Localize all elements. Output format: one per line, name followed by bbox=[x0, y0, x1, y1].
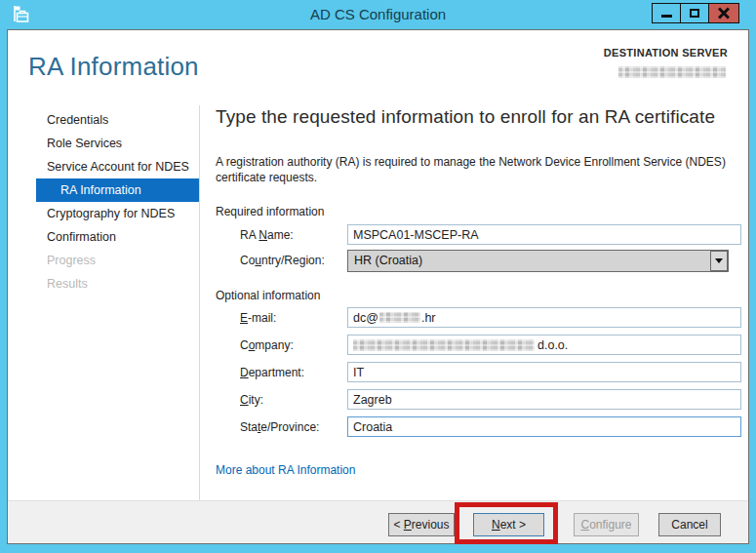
configure-button: Configure bbox=[574, 513, 639, 536]
sidebar-item-label: Confirmation bbox=[47, 230, 116, 244]
email-value-prefix: dc@ bbox=[353, 311, 378, 325]
minimize-icon bbox=[661, 15, 672, 18]
sidebar-nav: CredentialsRole ServicesService Account … bbox=[8, 108, 199, 296]
next-button[interactable]: Next > bbox=[473, 513, 544, 536]
ra-name-input[interactable] bbox=[347, 224, 741, 245]
sidebar-item-cryptography-for-ndes[interactable]: Cryptography for NDES bbox=[8, 202, 199, 225]
sidebar-item-ra-information[interactable]: RA Information bbox=[36, 178, 199, 202]
content-description: A registration authority (RA) is require… bbox=[216, 154, 735, 185]
email-label: E-mail: bbox=[240, 311, 276, 325]
close-icon bbox=[717, 7, 731, 20]
country-region-dropdown-button[interactable] bbox=[710, 251, 728, 271]
sidebar-item-progress: Progress bbox=[8, 249, 199, 272]
adcs-configuration-window: AD CS Configuration RA Information DESTI… bbox=[0, 0, 756, 553]
sidebar-divider bbox=[199, 105, 200, 501]
city-input[interactable] bbox=[347, 389, 741, 410]
email-redacted bbox=[379, 312, 420, 323]
country-region-selected-value: HR (Croatia) bbox=[354, 254, 422, 267]
department-input[interactable] bbox=[347, 362, 741, 382]
more-about-ra-information-link[interactable]: More about RA Information bbox=[216, 463, 355, 477]
country-region-label: Country/Region: bbox=[240, 254, 325, 267]
optional-information-label: Optional information bbox=[216, 289, 320, 302]
company-redacted bbox=[353, 339, 535, 351]
maximize-button[interactable] bbox=[680, 3, 709, 23]
country-region-dropdown[interactable]: HR (Croatia) bbox=[347, 250, 729, 272]
destination-server-redacted bbox=[618, 66, 726, 78]
titlebar: AD CS Configuration bbox=[0, 0, 756, 29]
sidebar-item-label: Results bbox=[47, 277, 88, 291]
sidebar-item-credentials[interactable]: Credentials bbox=[8, 108, 199, 132]
company-label: Company: bbox=[240, 338, 294, 352]
department-label: Department: bbox=[240, 366, 304, 379]
sidebar-item-label: RA Information bbox=[60, 183, 141, 197]
sidebar-item-label: Role Services bbox=[47, 137, 122, 150]
sidebar-item-service-account-for-ndes[interactable]: Service Account for NDES bbox=[8, 155, 199, 178]
footer-button-bar: < Previous Next > Configure Cancel bbox=[8, 500, 748, 543]
ra-name-label: RA Name: bbox=[240, 228, 294, 242]
sidebar-item-label: Progress bbox=[47, 254, 96, 267]
required-information-label: Required information bbox=[216, 205, 324, 218]
email-field[interactable]: dc@.hr bbox=[347, 307, 741, 328]
cancel-button[interactable]: Cancel bbox=[658, 513, 721, 536]
sidebar-item-label: Cryptography for NDES bbox=[47, 207, 175, 220]
state-province-input[interactable] bbox=[347, 416, 741, 437]
city-label: City: bbox=[240, 393, 263, 407]
window-title: AD CS Configuration bbox=[0, 6, 756, 22]
chevron-down-icon bbox=[715, 258, 723, 263]
wizard-panel: RA Information DESTINATION SERVER Creden… bbox=[7, 29, 749, 544]
sidebar-item-label: Service Account for NDES bbox=[47, 160, 189, 174]
sidebar-item-confirmation[interactable]: Confirmation bbox=[8, 225, 199, 249]
company-field[interactable]: d.o.o. bbox=[347, 335, 741, 355]
previous-button[interactable]: < Previous bbox=[388, 513, 455, 536]
sidebar-item-role-services[interactable]: Role Services bbox=[8, 132, 199, 155]
sidebar-item-results: Results bbox=[8, 272, 199, 296]
page-title: RA Information bbox=[28, 52, 199, 82]
close-button[interactable] bbox=[708, 3, 739, 23]
sidebar-item-label: Credentials bbox=[47, 113, 108, 127]
content-heading: Type the requested information to enroll… bbox=[216, 106, 715, 128]
company-value-suffix: d.o.o. bbox=[537, 338, 568, 352]
email-value-suffix: .hr bbox=[421, 311, 436, 325]
minimize-button[interactable] bbox=[652, 3, 681, 23]
maximize-icon bbox=[690, 9, 699, 18]
destination-server-label: DESTINATION SERVER bbox=[604, 47, 728, 59]
state-province-label: State/Province: bbox=[240, 420, 319, 434]
